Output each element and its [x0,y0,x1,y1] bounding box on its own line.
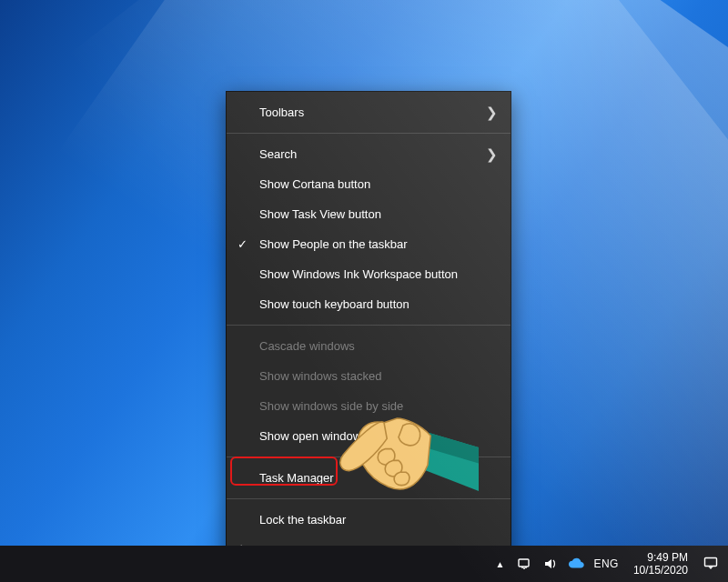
menu-label: Toolbars [259,105,304,119]
clock-date: 10/15/2020 [633,564,688,577]
system-tray: ▲ ENG 9:49 PM 10/15/2020 [491,551,724,577]
menu-label: Show People on the taskbar [259,237,408,251]
menu-label: Show windows side by side [259,399,403,413]
clock-time: 9:49 PM [647,551,688,564]
menu-label: Show windows stacked [259,369,381,383]
menu-item-openwindows[interactable]: Show open windows [227,421,511,451]
menu-separator [227,457,511,457]
menu-label: Cascade windows [259,339,355,353]
menu-item-touchkeyboard[interactable]: Show touch keyboard button [227,289,511,319]
desktop[interactable]: Toolbars ❯ Search ❯ Show Cortana button … [0,0,728,582]
menu-item-taskmanager[interactable]: Task Manager [227,463,511,493]
menu-separator [227,325,511,326]
menu-item-people[interactable]: ✓ Show People on the taskbar [227,229,511,259]
menu-item-toolbars[interactable]: Toolbars ❯ [227,97,511,127]
menu-label: Show open windows [259,429,368,443]
chevron-right-icon: ❯ [486,105,498,121]
menu-item-locktaskbar[interactable]: Lock the taskbar [227,505,511,535]
check-icon: ✓ [238,237,248,251]
menu-label: Task Manager [259,471,334,485]
menu-label: Show Task View button [259,207,381,221]
volume-icon[interactable] [542,556,559,572]
menu-label: Search [259,147,297,161]
menu-label: Lock the taskbar [259,513,346,527]
taskbar-context-menu: Toolbars ❯ Search ❯ Show Cortana button … [226,91,511,571]
menu-item-taskview[interactable]: Show Task View button [227,199,511,229]
menu-item-inkworkspace[interactable]: Show Windows Ink Workspace button [227,259,511,289]
menu-item-search[interactable]: Search ❯ [227,139,511,169]
menu-item-cortana[interactable]: Show Cortana button [227,169,511,199]
language-indicator[interactable]: ENG [593,557,619,570]
svg-rect-0 [519,559,529,567]
menu-item-sidebyside: Show windows side by side [227,391,511,421]
menu-label: Show Cortana button [259,177,370,191]
network-icon[interactable] [517,556,533,572]
menu-label: Show Windows Ink Workspace button [259,267,458,281]
menu-separator [227,133,511,134]
onedrive-icon[interactable] [568,556,584,572]
chevron-right-icon: ❯ [486,146,498,163]
menu-item-stacked: Show windows stacked [227,361,511,391]
tray-overflow-icon[interactable]: ▲ [491,556,508,572]
svg-rect-1 [705,557,717,566]
taskbar-clock[interactable]: 9:49 PM 10/15/2020 [633,551,688,577]
menu-separator [227,498,511,499]
menu-item-cascade: Cascade windows [227,331,511,361]
action-center-icon[interactable] [703,556,719,573]
menu-label: Show touch keyboard button [259,297,410,311]
taskbar[interactable]: ▲ ENG 9:49 PM 10/15/2020 [0,546,728,582]
